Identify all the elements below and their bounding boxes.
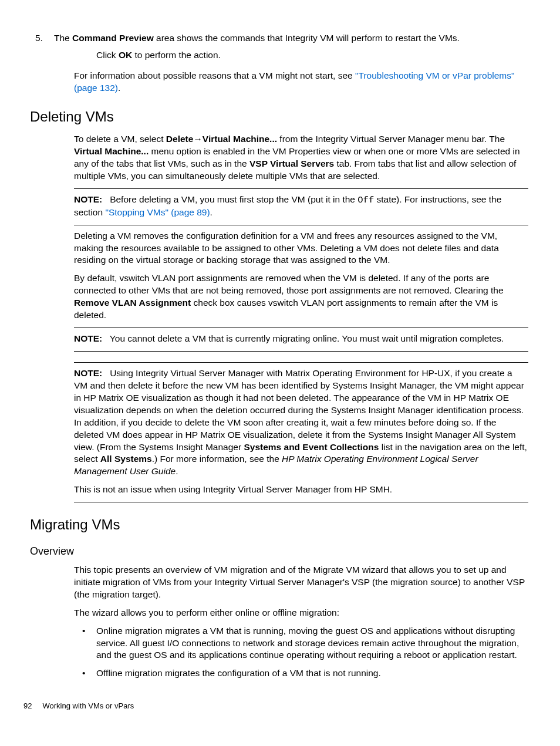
paragraph: This is not an issue when using Integrit… [74,484,528,496]
text: The [54,33,72,43]
bullet-icon: • [74,667,96,680]
note-label: NOTE: [74,333,102,343]
bold: Systems and Event Collections [244,442,379,452]
page-number: 92 [23,701,32,711]
text: For information about possible reasons t… [74,70,355,80]
bold: Remove VLAN Assignment [74,298,191,308]
bullet-item: • Offline migration migrates the configu… [74,667,528,680]
rule [74,188,528,189]
rule [74,225,528,225]
note-label: NOTE: [74,368,102,378]
bold: Command Preview [72,33,154,43]
rule [74,502,528,502]
bold: Delete [166,134,194,144]
bold: All Systems [100,454,152,464]
arrow-icon: → [193,134,203,144]
paragraph: The wizard allows you to perform either … [74,607,528,619]
bold: OK [119,50,132,60]
rule [74,351,528,352]
text: . [210,207,212,217]
text: Using Integrity Virtual Server Manager w… [74,368,524,452]
mono-text: Off [357,195,374,205]
bold: Virtual Machine... [74,146,149,156]
note-block: NOTE: You cannot delete a VM that is cur… [74,333,528,345]
text: . [118,83,120,93]
text: To delete a VM, select [74,134,166,144]
text: . [176,466,178,476]
subheading-overview: Overview [30,544,528,558]
link-stopping-vms[interactable]: "Stopping VMs" (page 89) [105,207,210,217]
note-block: NOTE: Before deleting a VM, you must fir… [74,194,528,219]
paragraph: To delete a VM, select Delete→Virtual Ma… [74,133,528,183]
bullet-text: Online migration migrates a VM that is r… [96,625,528,662]
text: By default, vswitch VLAN port assignment… [74,273,504,295]
step-number: 5. [32,32,54,45]
text: You cannot delete a VM that is currently… [110,333,504,343]
bullet-item: • Online migration migrates a VM that is… [74,625,528,662]
bold: VSP Virtual Servers [249,158,334,168]
note-block: NOTE: Using Integrity Virtual Server Man… [74,367,528,478]
step-continue: Click OK to perform the action. [96,49,528,62]
text: Click [96,50,119,60]
heading-deleting-vms: Deleting VMs [30,107,528,126]
footer-title: Working with VMs or vPars [42,701,134,711]
page-footer: 92 Working with VMs or vPars [23,701,528,711]
step-body: The Command Preview area shows the comma… [54,32,528,45]
step-5: 5. The Command Preview area shows the co… [32,32,528,45]
paragraph: For information about possible reasons t… [74,70,528,94]
paragraph: This topic presents an overview of VM mi… [74,564,528,601]
rule [74,328,528,328]
text: Before deleting a VM, you must first sto… [110,194,357,204]
text: from the Integrity Virtual Server Manage… [277,134,505,144]
bullet-icon: • [74,625,96,662]
bold: Virtual Machine... [203,134,277,144]
rule [74,362,528,363]
text: area shows the commands that Integrity V… [154,33,460,43]
paragraph: By default, vswitch VLAN port assignment… [74,272,528,322]
heading-migrating-vms: Migrating VMs [30,515,528,534]
text: .) For more information, see the [152,454,282,464]
paragraph: Deleting a VM removes the configuration … [74,230,528,267]
bullet-text: Offline migration migrates the configura… [96,667,528,680]
note-label: NOTE: [74,194,102,204]
text: to perform the action. [132,50,221,60]
